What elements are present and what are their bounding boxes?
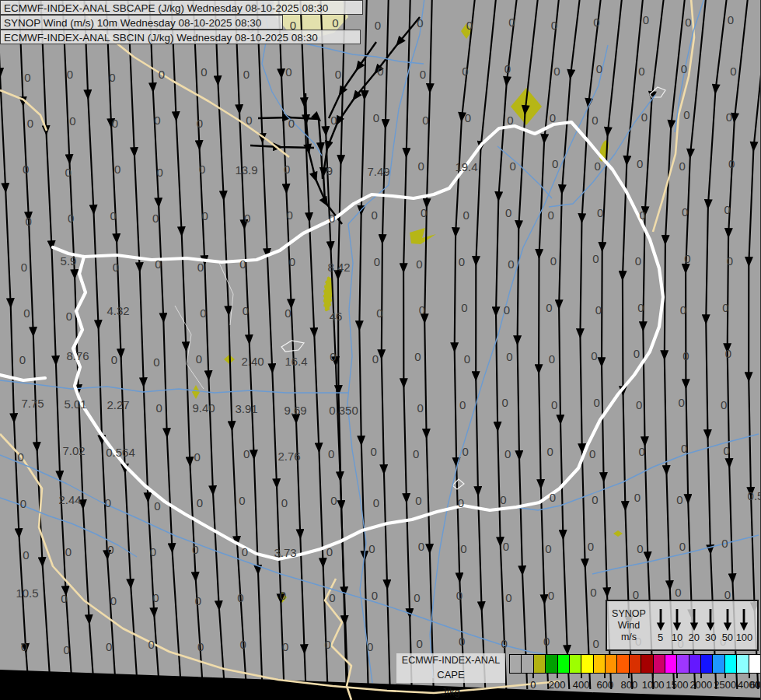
cin-value-label: 0.350 bbox=[329, 404, 358, 417]
cin-zero-label: 0 bbox=[64, 643, 70, 656]
down-arrow-icon bbox=[655, 607, 666, 632]
cin-zero-label: 0 bbox=[504, 303, 510, 317]
cin-zero-label: 0 bbox=[109, 71, 115, 84]
cin-zero-label: 0 bbox=[727, 254, 733, 268]
cape-tick bbox=[557, 674, 558, 678]
cin-zero-label: 0 bbox=[105, 496, 111, 509]
cin-value-label: 2.44 bbox=[58, 493, 81, 506]
cin-zero-label: 0 bbox=[459, 398, 466, 411]
cin-zero-label: 0 bbox=[635, 254, 641, 268]
cin-zero-label: 0 bbox=[239, 257, 246, 271]
cin-zero-label: 0 bbox=[684, 252, 690, 265]
cape-color-cell bbox=[569, 655, 581, 673]
cin-zero-label: 0 bbox=[639, 208, 645, 222]
cin-zero-label: 0 bbox=[466, 19, 473, 32]
cape-legend-units: J/kg bbox=[396, 686, 505, 698]
cin-zero-label: 0 bbox=[463, 208, 469, 222]
cin-value-label: 9.69 bbox=[284, 404, 306, 417]
wind-speed-label: 10 bbox=[672, 632, 682, 643]
wind-legend-variable: Wind bbox=[607, 620, 651, 632]
weather-map-viewport: 0000000000000000000000000000000000000000… bbox=[0, 0, 761, 700]
cin-zero-label: 0 bbox=[634, 491, 641, 504]
cin-zero-label: 0 bbox=[197, 640, 204, 653]
cin-zero-label: 0 bbox=[682, 205, 688, 219]
cin-zero-label: 0 bbox=[330, 114, 337, 127]
cin-zero-label: 0 bbox=[332, 16, 338, 30]
wind-speed-item: 50 bbox=[719, 607, 735, 643]
cin-zero-label: 0 bbox=[329, 591, 335, 604]
cape-color-cell bbox=[749, 655, 760, 673]
cin-value-label: 0.5 bbox=[748, 489, 761, 502]
cape-tick bbox=[532, 674, 534, 678]
cin-zero-label: 0 bbox=[459, 255, 465, 268]
cin-zero-label: 0 bbox=[373, 111, 379, 124]
cin-zero-label: 0 bbox=[284, 163, 290, 176]
cin-zero-label: 0 bbox=[596, 62, 602, 75]
cin-zero-label: 0 bbox=[462, 445, 468, 458]
cape-color-cell bbox=[736, 655, 748, 673]
cin-zero-label: 0 bbox=[543, 635, 550, 648]
cin-zero-label: 0 bbox=[69, 114, 75, 128]
cin-zero-label: 0 bbox=[372, 589, 378, 602]
cin-zero-label: 0 bbox=[152, 212, 159, 225]
cin-zero-label: 0 bbox=[335, 68, 341, 81]
cape-color-cell bbox=[676, 655, 688, 673]
cape-color-cell bbox=[581, 655, 592, 673]
cin-zero-label: 0 bbox=[422, 114, 428, 127]
cin-zero-label: 0 bbox=[20, 497, 26, 510]
cin-zero-label: 0 bbox=[589, 447, 595, 460]
cin-zero-label: 0 bbox=[685, 16, 691, 29]
cin-zero-label: 0 bbox=[192, 543, 198, 556]
cin-zero-label: 0 bbox=[372, 352, 379, 366]
cin-zero-label: 0 bbox=[289, 255, 295, 268]
wind-legend: SYNOP Wind m/s 510203050100 bbox=[606, 600, 759, 651]
cin-zero-label: 0 bbox=[726, 110, 732, 124]
cin-zero-label: 0 bbox=[375, 19, 381, 32]
wind-speed-label: 30 bbox=[705, 632, 716, 643]
cin-zero-label: 0 bbox=[551, 19, 557, 32]
cape-color-cell bbox=[521, 655, 532, 673]
cin-zero-label: 0 bbox=[106, 640, 112, 653]
cin-zero-label: 0 bbox=[592, 493, 598, 506]
cin-zero-label: 0 bbox=[634, 347, 640, 360]
down-arrow-icon bbox=[738, 607, 749, 632]
cin-zero-label: 0 bbox=[414, 350, 421, 363]
wind-speed-scale: 510203050100 bbox=[651, 607, 757, 643]
cin-value-label: 2.27 bbox=[106, 398, 129, 411]
cin-zero-label: 0 bbox=[643, 13, 649, 26]
cin-zero-label: 0 bbox=[195, 594, 201, 607]
cin-zero-label: 0 bbox=[114, 163, 120, 176]
cin-zero-label: 0 bbox=[24, 71, 30, 84]
cin-zero-label: 0 bbox=[197, 261, 204, 274]
cin-zero-label: 0 bbox=[285, 306, 291, 320]
cin-zero-label: 0 bbox=[326, 545, 333, 558]
cin-zero-label: 0 bbox=[553, 65, 560, 78]
header-line-sbcape: ECMWF-INDEX-ANAL SBCAPE (J/kg) Wednesday… bbox=[0, 0, 363, 15]
cin-zero-label: 0 bbox=[67, 68, 73, 81]
cin-zero-label: 0 bbox=[374, 255, 380, 268]
cape-color-cell bbox=[593, 655, 605, 673]
cin-zero-label: 0 bbox=[637, 542, 643, 555]
cape-color-cell bbox=[629, 655, 641, 673]
cin-zero-label: 0 bbox=[65, 545, 72, 558]
cape-color-cell bbox=[605, 655, 616, 673]
down-arrow-icon bbox=[722, 607, 733, 632]
cin-zero-label: 0 bbox=[460, 542, 466, 555]
cape-color-cell bbox=[712, 655, 724, 673]
cin-zero-label: 0 bbox=[416, 257, 422, 271]
cin-zero-label: 0 bbox=[413, 447, 419, 460]
cin-zero-label: 0 bbox=[465, 111, 471, 124]
cin-zero-label: 0 bbox=[111, 353, 117, 366]
cin-zero-label: 0 bbox=[23, 306, 30, 320]
cin-zero-label: 0 bbox=[107, 543, 113, 556]
cin-zero-label: 0 bbox=[501, 637, 508, 650]
cin-zero-label: 0 bbox=[240, 638, 246, 651]
cin-zero-label: 0 bbox=[510, 159, 516, 173]
cin-value-label: 10.5 bbox=[16, 586, 38, 600]
cin-zero-label: 0 bbox=[676, 493, 682, 506]
cin-zero-label: 0 bbox=[508, 257, 514, 271]
cin-value-label: 7.49 bbox=[367, 165, 389, 178]
cin-zero-label: 0 bbox=[504, 447, 511, 460]
cin-zero-label: 0 bbox=[112, 117, 118, 130]
cin-zero-label: 0 bbox=[728, 13, 734, 26]
